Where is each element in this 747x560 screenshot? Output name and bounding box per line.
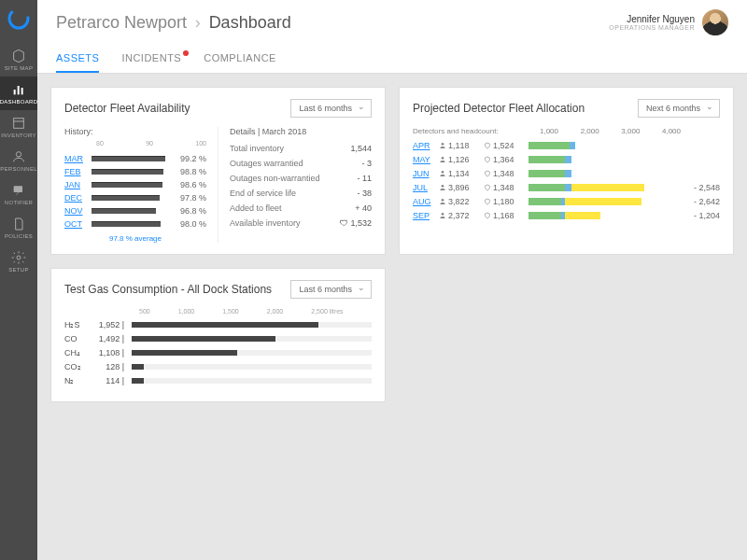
svg-point-10: [442, 171, 444, 174]
history-row: FEB 98.8 %: [64, 167, 206, 176]
headcount-value: 2,372: [439, 211, 478, 220]
user-block[interactable]: Jennifer Nguyen OPERATIONS MANAGER: [609, 9, 728, 35]
bar: [92, 169, 168, 175]
nav-policies[interactable]: POLICIES: [0, 211, 37, 245]
month-link[interactable]: FEB: [64, 167, 89, 176]
card-title: Detector Fleet Availability: [64, 102, 190, 115]
nav-personnel[interactable]: PERSONNEL: [0, 144, 37, 177]
headcount-value: 1,118: [439, 141, 478, 150]
gas-value: 128 |: [91, 362, 132, 371]
nav-inventory[interactable]: INVENTORY: [0, 110, 37, 144]
chevron-right-icon: ›: [195, 13, 201, 32]
projection-row: APR 1,118 1,524: [413, 141, 720, 150]
axis: 1,0002,0003,0004,000: [534, 127, 681, 135]
nav-setup[interactable]: SETUP: [0, 245, 37, 278]
user-name: Jennifer Nguyen: [609, 14, 695, 24]
person-icon: [439, 198, 446, 205]
month-link[interactable]: AUG: [413, 197, 433, 206]
projection-row: AUG 3,822 1,180 - 2,642: [413, 197, 720, 206]
percent-value: 96.8 %: [171, 206, 206, 216]
svg-point-9: [442, 157, 444, 160]
person-icon: [439, 170, 446, 177]
percent-value: 98.6 %: [171, 180, 206, 189]
month-link[interactable]: JUL: [413, 183, 433, 192]
month-link[interactable]: JUN: [413, 169, 433, 178]
headcount-value: 3,822: [439, 197, 478, 206]
percent-value: 98.0 %: [171, 219, 206, 229]
month-link[interactable]: NOV: [64, 206, 89, 216]
svg-rect-1: [14, 90, 16, 94]
bar: [92, 221, 168, 227]
month-link[interactable]: MAY: [413, 155, 433, 164]
range-select[interactable]: Next 6 months: [638, 99, 720, 118]
svg-rect-2: [18, 86, 20, 94]
axis: 8090100: [64, 140, 206, 150]
user-role: OPERATIONS MANAGER: [609, 24, 695, 31]
svg-point-7: [17, 256, 21, 259]
svg-point-8: [442, 143, 444, 146]
detail-row: End of service life- 38: [230, 189, 372, 198]
bar: [132, 322, 372, 328]
svg-point-5: [16, 152, 21, 157]
tab-assets[interactable]: ASSETS: [56, 45, 99, 73]
nav-site-map[interactable]: SITE MAP: [0, 43, 37, 77]
headcount-value: 3,896: [439, 183, 478, 192]
bar: [92, 208, 168, 214]
bar: [132, 336, 372, 342]
gas-value: 114 |: [91, 376, 132, 385]
month-link[interactable]: OCT: [64, 219, 89, 229]
tab-incidents[interactable]: INCIDENTS: [121, 45, 181, 73]
bar: [92, 195, 168, 201]
card-availability: Detector Fleet Availability Last 6 month…: [50, 87, 386, 255]
svg-rect-3: [21, 88, 23, 94]
bar: [529, 184, 675, 191]
month-link[interactable]: MAR: [64, 154, 89, 163]
shield-icon: [484, 212, 491, 219]
person-icon: [439, 156, 446, 163]
history-row: NOV 96.8 %: [64, 206, 206, 216]
breadcrumb-current: Dashboard: [209, 13, 291, 32]
detector-value: 1,348: [484, 183, 523, 192]
gas-name: CO: [64, 334, 91, 343]
avatar[interactable]: [702, 9, 728, 35]
month-link[interactable]: SEP: [413, 211, 433, 220]
breadcrumb-parent[interactable]: Petrarco Newport: [56, 13, 187, 32]
month-link[interactable]: JAN: [64, 180, 89, 189]
range-select[interactable]: Last 6 months: [290, 280, 372, 299]
month-link[interactable]: APR: [413, 141, 433, 150]
gas-value: 1,492 |: [91, 334, 132, 343]
nav-dashboard[interactable]: DASHBOARD: [0, 77, 37, 110]
axis: 5001,0001,5002,0002,500 litres: [64, 308, 372, 315]
person-icon: [439, 212, 446, 219]
nav-notifier[interactable]: NOTIFIER: [0, 177, 37, 211]
tab-compliance[interactable]: COMPLIANCE: [204, 45, 276, 73]
history-row: MAR 99.2 %: [64, 154, 206, 163]
svg-rect-4: [14, 119, 24, 129]
svg-point-12: [442, 199, 444, 202]
card-title: Test Gas Consumption - All Dock Stations: [64, 283, 272, 296]
delta-value: - 2,548: [681, 183, 720, 192]
average-label: 97.8 % average: [64, 234, 206, 243]
alert-dot-icon: [183, 50, 189, 56]
gas-row: H₂S 1,952 |: [64, 320, 372, 329]
bar: [92, 182, 168, 188]
bar: [132, 378, 372, 384]
bar: [529, 198, 675, 205]
gas-row: CH₄ 1,108 |: [64, 348, 372, 357]
detector-value: 1,348: [484, 169, 523, 178]
headcount-value: 1,126: [439, 155, 478, 164]
month-link[interactable]: DEC: [64, 193, 89, 203]
history-row: OCT 98.0 %: [64, 219, 206, 229]
gas-value: 1,108 |: [91, 348, 132, 357]
card-gas: Test Gas Consumption - All Dock Stations…: [50, 268, 386, 402]
svg-point-13: [442, 213, 444, 216]
shield-icon: [484, 184, 491, 191]
gas-name: CO₂: [64, 362, 91, 371]
shield-icon: [484, 170, 491, 177]
percent-value: 97.8 %: [171, 193, 206, 203]
history-row: DEC 97.8 %: [64, 193, 206, 203]
bar: [132, 364, 372, 370]
range-select[interactable]: Last 6 months: [290, 99, 372, 118]
svg-point-11: [442, 185, 444, 188]
bar: [132, 350, 372, 356]
